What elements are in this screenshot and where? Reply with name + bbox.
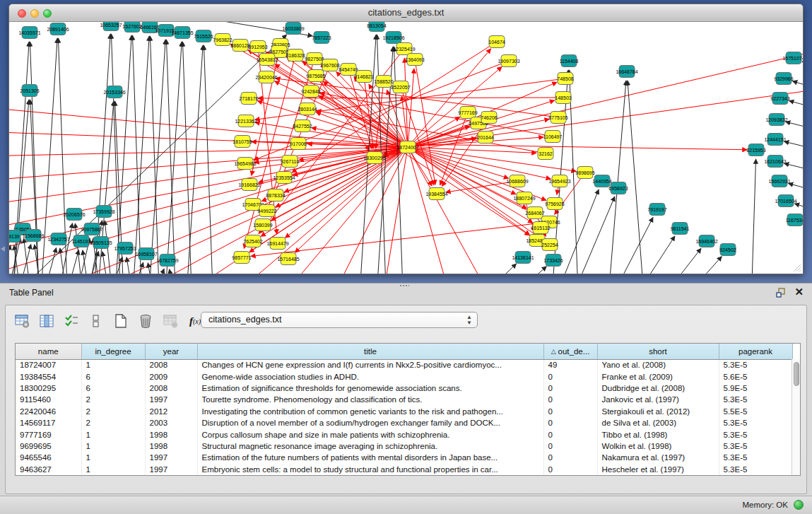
network-node[interactable]: 10653257 bbox=[100, 22, 122, 31]
citation-edge[interactable] bbox=[786, 122, 803, 131]
citation-edge[interactable] bbox=[242, 141, 747, 150]
table-cell[interactable]: 0 bbox=[543, 382, 597, 394]
network-node[interactable]: 20891406 bbox=[47, 23, 69, 35]
table-cell[interactable]: 2012 bbox=[145, 406, 197, 417]
table-cell[interactable]: Wolkin et al. (1998) bbox=[597, 440, 719, 452]
table-cell[interactable]: 18300295 bbox=[16, 382, 81, 394]
citation-edge[interactable] bbox=[258, 98, 563, 98]
network-node[interactable]: 8878334 bbox=[266, 189, 285, 201]
table-row[interactable]: 1830029562008Estimation of significance … bbox=[16, 382, 792, 394]
column-header-pagerank[interactable]: pagerank bbox=[719, 344, 792, 359]
delete-column-icon[interactable] bbox=[163, 313, 178, 329]
table-cell[interactable]: 2009 bbox=[145, 370, 197, 382]
citation-edge[interactable] bbox=[111, 34, 121, 274]
column-header-short[interactable]: short bbox=[597, 344, 719, 359]
table-cell[interactable]: Hescheler et al. (1997) bbox=[597, 464, 719, 475]
network-node[interactable]: 9329966 bbox=[774, 73, 793, 85]
network-node[interactable]: 1615132 bbox=[531, 222, 550, 234]
table-cell[interactable]: 1 bbox=[81, 428, 145, 440]
table-cell[interactable]: 1997 bbox=[145, 394, 197, 405]
citation-edge[interactable] bbox=[678, 257, 722, 274]
network-node[interactable]: 12325419 bbox=[393, 43, 415, 55]
network-node[interactable]: 1580399 bbox=[253, 219, 272, 231]
citation-edge[interactable] bbox=[182, 42, 192, 274]
table-cell[interactable]: 2008 bbox=[145, 382, 197, 394]
hub-network-node[interactable]: 18724007 bbox=[396, 141, 418, 153]
row-checks-icon[interactable] bbox=[64, 313, 79, 329]
network-node[interactable]: 917006 bbox=[290, 138, 306, 150]
network-node[interactable]: 14136141 bbox=[512, 252, 534, 264]
citation-edge[interactable] bbox=[401, 87, 434, 185]
column-header-in_degree[interactable]: in_degree bbox=[81, 344, 145, 359]
network-node[interactable]: 1527602 bbox=[122, 22, 141, 33]
network-node[interactable]: 19384554 bbox=[425, 188, 447, 200]
network-node[interactable]: 9499222 bbox=[257, 205, 276, 217]
citation-edge[interactable] bbox=[319, 95, 408, 147]
network-node[interactable]: 12353554 bbox=[273, 172, 295, 184]
network-node[interactable]: 15692931 bbox=[768, 175, 790, 187]
network-node[interactable]: 7963822 bbox=[213, 34, 232, 46]
citation-edge[interactable] bbox=[204, 45, 213, 274]
network-node[interactable]: 1106497 bbox=[543, 131, 563, 143]
citation-edge[interactable] bbox=[408, 50, 803, 147]
network-node[interactable]: 1167534 bbox=[786, 214, 803, 226]
network-node[interactable]: 14671355 bbox=[171, 27, 193, 39]
zoom-window-button[interactable] bbox=[43, 9, 52, 18]
citation-edge[interactable] bbox=[170, 269, 177, 274]
citation-edge[interactable] bbox=[608, 81, 626, 274]
close-panel-icon[interactable]: ✕ bbox=[794, 286, 804, 298]
table-row[interactable]: 1456911722003Disruption of a novel membe… bbox=[16, 417, 792, 428]
table-row[interactable]: 977716911998Corpus callosum shape and si… bbox=[16, 428, 792, 440]
network-node[interactable]: 17957253 bbox=[114, 243, 136, 255]
table-cell[interactable]: 5.3E-5 bbox=[719, 452, 792, 463]
table-row[interactable]: 2242004622012Investigating the contribut… bbox=[16, 406, 792, 417]
network-node[interactable]: 1154408 bbox=[560, 55, 579, 67]
network-node[interactable]: 39139 bbox=[9, 230, 20, 243]
table-cell[interactable]: 5.3E-5 bbox=[719, 359, 792, 370]
table-cell[interactable]: 9699695 bbox=[16, 440, 81, 452]
citation-edge[interactable] bbox=[789, 183, 803, 192]
table-row[interactable]: 1938455462009Genome-wide association stu… bbox=[16, 370, 792, 382]
network-node[interactable]: 9227343 bbox=[770, 93, 789, 105]
table-cell[interactable]: 2 bbox=[81, 394, 145, 405]
network-node[interactable]: 8215953 bbox=[746, 144, 765, 156]
table-cell[interactable]: Dudbridge et al. (2008) bbox=[597, 382, 719, 394]
network-node[interactable]: 16543812 bbox=[256, 54, 278, 66]
table-cell[interactable]: 1 bbox=[81, 359, 145, 370]
citation-edge[interactable] bbox=[794, 204, 803, 212]
network-node[interactable]: 1145193 bbox=[72, 235, 91, 247]
network-node[interactable]: 23420046 bbox=[255, 71, 277, 83]
table-cell[interactable]: 22420046 bbox=[16, 406, 81, 417]
table-cell[interactable]: Genome-wide association studies in ADHD. bbox=[197, 370, 543, 382]
delete-table-icon[interactable] bbox=[138, 313, 153, 329]
table-cell[interactable]: Franke et al. (2009) bbox=[597, 370, 719, 382]
table-cell[interactable]: 9777169 bbox=[16, 428, 81, 440]
column-header-name[interactable]: name bbox=[16, 344, 81, 359]
table-cell[interactable]: 1997 bbox=[145, 464, 197, 475]
table-cell[interactable]: 5.9E-5 bbox=[719, 382, 792, 394]
network-node[interactable]: 8912953 bbox=[248, 41, 267, 53]
network-node[interactable]: 16914479 bbox=[266, 238, 288, 250]
table-row[interactable]: 946554611997Estimation of the future num… bbox=[16, 452, 792, 463]
network-node[interactable]: 252254 bbox=[541, 239, 558, 251]
network-node[interactable]: 7615526 bbox=[194, 30, 213, 42]
network-node[interactable]: 8860128 bbox=[230, 40, 249, 52]
network-canvas[interactable]: 1872400714035571208914061065325715276026… bbox=[9, 22, 803, 274]
new-table-icon[interactable] bbox=[113, 313, 129, 329]
network-node[interactable]: 15716485 bbox=[277, 253, 299, 265]
network-node[interactable]: 11568689 bbox=[23, 230, 45, 242]
network-node[interactable]: 2803144 bbox=[298, 103, 317, 115]
citation-edge[interactable] bbox=[784, 163, 803, 173]
citation-edge[interactable] bbox=[408, 147, 452, 274]
network-node[interactable]: 32162 bbox=[538, 148, 553, 160]
citation-network-graph[interactable]: 1872400714035571208914061065325715276026… bbox=[9, 22, 803, 274]
table-cell[interactable]: Yano et al. (2008) bbox=[597, 359, 719, 370]
minimize-window-button[interactable] bbox=[30, 9, 39, 18]
network-node[interactable]: 16782759 bbox=[156, 255, 178, 267]
table-row[interactable]: 911546021997Tourette syndrome. Phenomeno… bbox=[16, 394, 792, 405]
citation-edge[interactable] bbox=[657, 248, 701, 274]
network-node[interactable]: 746206 bbox=[481, 112, 497, 124]
merge-rows-icon[interactable] bbox=[88, 313, 104, 329]
table-cell[interactable]: 5.3E-5 bbox=[719, 417, 792, 428]
network-node[interactable]: 8186328 bbox=[286, 49, 305, 62]
